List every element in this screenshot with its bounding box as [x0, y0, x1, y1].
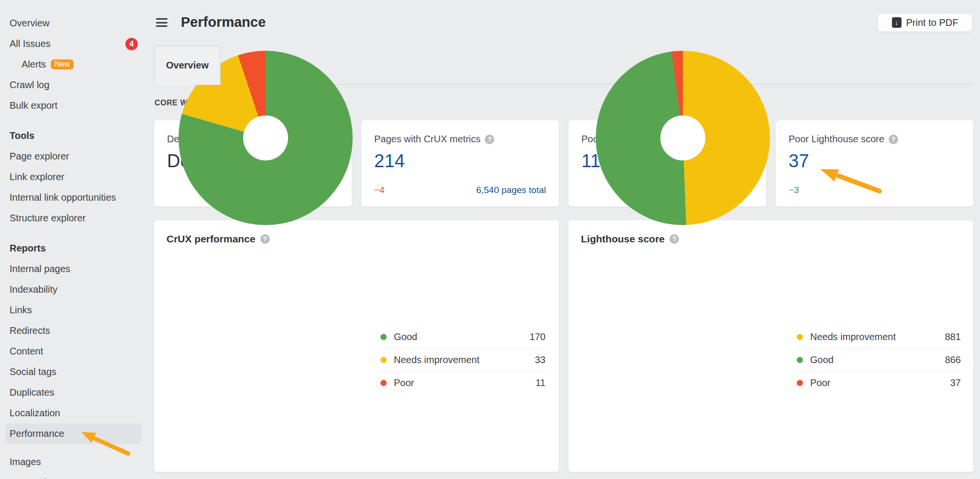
file-download-icon: ↓ — [892, 17, 902, 28]
sidebar-item-label: Indexability — [10, 284, 57, 295]
legend-value: 11 — [535, 377, 546, 388]
sidebar-item-label: Link explorer — [10, 171, 65, 182]
sidebar-item-redirects[interactable]: Redirects — [6, 320, 142, 341]
needs-improvement-dot-icon — [797, 334, 803, 340]
good-dot-icon — [797, 357, 803, 363]
legend-label: Good — [810, 354, 834, 365]
legend-label: Good — [394, 331, 417, 342]
lighthouse-score-donut-chart[interactable] — [596, 51, 770, 225]
sidebar-item-label: Social tags — [10, 366, 56, 377]
needs-improvement-dot-icon — [380, 357, 387, 363]
legend-row-poor[interactable]: Poor 11 — [380, 371, 546, 394]
poor-dot-icon — [797, 380, 803, 386]
sidebar-item-internal-pages[interactable]: Internal pages — [6, 259, 142, 279]
sidebar-item-link-explorer[interactable]: Link explorer — [6, 167, 142, 187]
legend-row-needs-improvement[interactable]: Needs improvement 881 — [797, 325, 961, 348]
help-icon[interactable]: ? — [260, 234, 270, 244]
sidebar-item-indexability[interactable]: Indexability — [6, 279, 142, 300]
legend-label: Poor — [810, 377, 830, 388]
sidebar-item-all-issues[interactable]: All Issues 4 — [6, 34, 142, 54]
sidebar-item-social-tags[interactable]: Social tags — [6, 362, 142, 382]
legend-label: Needs improvement — [394, 354, 479, 365]
sidebar-item-localization[interactable]: Localization — [6, 403, 142, 423]
sidebar-item-label: Localization — [10, 408, 60, 419]
legend-label: Needs improvement — [810, 331, 896, 342]
sidebar-item-label: Crawl log — [10, 80, 49, 91]
sidebar-section-reports: Reports — [6, 238, 142, 259]
poor-dot-icon — [380, 380, 387, 386]
lighthouse-score-legend: Needs improvement 881 Good 866 Poor 37 — [797, 325, 961, 394]
sidebar-item-content[interactable]: Content — [6, 341, 142, 362]
sidebar-item-label: Content — [10, 346, 43, 357]
sidebar-item-label: Structure explorer — [10, 213, 86, 224]
legend-row-poor[interactable]: Poor 37 — [797, 371, 961, 394]
crux-chart-title: CrUX performance — [167, 233, 256, 245]
sidebar-item-internal-link-opportunities[interactable]: Internal link opportunities — [6, 187, 142, 208]
performance-report-page: Overview All Issues 4 Alerts New Crawl l… — [0, 0, 980, 479]
menu-toggle-icon[interactable] — [156, 18, 167, 27]
sidebar-item-crawl-log[interactable]: Crawl log — [6, 75, 142, 95]
sidebar-item-label: Internal link opportunities — [10, 192, 116, 203]
legend-value: 170 — [530, 331, 546, 342]
legend-row-good[interactable]: Good 170 — [380, 325, 546, 348]
crux-metrics-card-label: Pages with CrUX metrics — [374, 134, 480, 145]
tab-overview-label: Overview — [166, 60, 209, 71]
sidebar-item-page-explorer[interactable]: Page explorer — [6, 146, 142, 167]
print-to-pdf-button[interactable]: ↓ Print to PDF — [877, 13, 973, 32]
sidebar-item-label: Redirects — [10, 325, 50, 336]
poor-lighthouse-value[interactable]: 37 — [789, 151, 960, 171]
sidebar-item-label: Images — [10, 456, 41, 468]
sidebar-item-label: Overview — [10, 18, 49, 29]
poor-lighthouse-card-label: Poor Lighthouse score — [789, 134, 884, 145]
sidebar-item-alerts[interactable]: Alerts New — [6, 54, 142, 75]
sidebar-item-links[interactable]: Links — [6, 300, 142, 320]
good-dot-icon — [380, 334, 387, 340]
sidebar-section-tools: Tools — [6, 125, 142, 146]
sidebar-item-structure-explorer[interactable]: Structure explorer — [6, 208, 142, 228]
sidebar-item-label: Duplicates — [10, 387, 54, 398]
sidebar-item-label: Links — [10, 305, 32, 316]
crux-metrics-delta: −4 — [374, 185, 385, 195]
sidebar-item-label: Internal pages — [10, 263, 70, 274]
crux-performance-legend: Good 170 Needs improvement 33 Poor 11 — [380, 325, 546, 394]
sidebar-item-performance[interactable]: Performance — [6, 423, 142, 444]
page-title: Performance — [181, 14, 266, 30]
sidebar-item-javascript[interactable]: JavaScript — [6, 472, 142, 479]
help-icon[interactable]: ? — [889, 135, 898, 144]
sidebar-item-label: JavaScript — [10, 477, 54, 479]
tab-overview[interactable]: Overview — [154, 46, 221, 85]
pages-with-crux-metrics-card: Pages with CrUX metrics ? 214 −4 6,540 p… — [361, 120, 559, 206]
poor-lighthouse-score-card: Poor Lighthouse score ? 37 −3 — [776, 120, 973, 206]
sidebar-item-label: Alerts — [22, 59, 46, 70]
donut-hole — [243, 115, 288, 160]
issues-count-badge: 4 — [125, 38, 138, 50]
donut-hole — [660, 115, 705, 160]
legend-value: 881 — [945, 331, 961, 342]
print-to-pdf-label: Print to PDF — [906, 17, 958, 28]
help-icon[interactable]: ? — [669, 234, 679, 244]
sidebar-item-label: All Issues — [10, 38, 51, 49]
poor-lighthouse-delta: −3 — [789, 185, 799, 195]
sidebar-item-images[interactable]: Images — [6, 452, 142, 472]
sidebar-item-duplicates[interactable]: Duplicates — [6, 382, 142, 403]
sidebar-item-label: Page explorer — [10, 151, 69, 162]
legend-label: Poor — [394, 377, 414, 388]
lighthouse-chart-title: Lighthouse score — [581, 233, 665, 245]
sidebar-item-label: Bulk export — [10, 100, 57, 111]
legend-value: 866 — [945, 354, 961, 365]
sidebar: Overview All Issues 4 Alerts New Crawl l… — [0, 0, 148, 479]
legend-value: 33 — [535, 354, 546, 365]
crux-metrics-value[interactable]: 214 — [374, 151, 546, 171]
help-icon[interactable]: ? — [485, 135, 494, 144]
sidebar-item-bulk-export[interactable]: Bulk export — [6, 95, 142, 116]
new-badge: New — [51, 59, 74, 69]
legend-row-good[interactable]: Good 866 — [797, 348, 961, 371]
legend-value: 37 — [950, 377, 961, 388]
legend-row-needs-improvement[interactable]: Needs improvement 33 — [380, 348, 546, 371]
sidebar-item-label: Performance — [10, 428, 65, 439]
pages-total-link[interactable]: 6,540 pages total — [476, 185, 546, 195]
sidebar-item-overview[interactable]: Overview — [6, 13, 142, 34]
